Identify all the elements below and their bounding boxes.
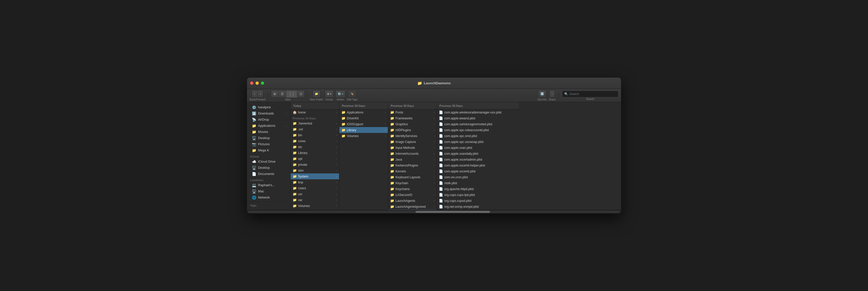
sidebar-item-desktop[interactable]: 🖥️ Desktop [248, 135, 289, 141]
close-button[interactable] [250, 81, 253, 85]
file-item-fseventsd[interactable]: 📁 .fseventsd › [290, 120, 339, 126]
file-item-plist-cupsd[interactable]: 📄 org.cups.cupsd.plist [437, 198, 519, 204]
file-item-hidplugins[interactable]: 📁 HIDPlugins › [388, 127, 437, 133]
sidebar-item-raphaels[interactable]: 💻 Raphael's... [248, 182, 289, 188]
sidebar-item-movies[interactable]: 📁 Movies [248, 129, 289, 135]
file-item-frameworks[interactable]: 📁 Frameworks › [388, 115, 437, 121]
file-item-opt[interactable]: 📁 opt › [290, 156, 339, 161]
file-item-volumes[interactable]: 📁 Volumes › [290, 203, 339, 209]
file-item-driverkit[interactable]: 📁 DriverKit › [339, 115, 388, 121]
sidebar-label-network: Network [258, 196, 287, 199]
file-item-plist-xscertd[interactable]: 📄 com.apple.xscertd.plist [437, 168, 519, 174]
file-item-launchagents[interactable]: 📁 LaunchAgents › [388, 198, 437, 204]
file-item-plist-wwand[interactable]: 📄 com.apple.wwand.plist [437, 115, 519, 121]
file-item-identityservices[interactable]: 📁 IdentityServices › [388, 133, 437, 139]
scrollbar-thumb[interactable] [415, 211, 490, 213]
sidebar-item-applications[interactable]: 📁 Applications › [248, 123, 289, 129]
file-item-home[interactable]: 🏠 home › [290, 109, 339, 115]
file-item-plist-xsan[interactable]: 📄 com.apple.xsan.plist [437, 145, 519, 151]
maximize-button[interactable] [261, 81, 264, 85]
group-button[interactable]: ⊞ ▾ [325, 90, 334, 98]
minimize-button[interactable] [255, 81, 259, 85]
horizontal-scrollbar[interactable] [247, 210, 621, 213]
file-item-fonts[interactable]: 📁 Fonts › [388, 109, 437, 115]
file-item-users[interactable]: 📁 Users › [290, 185, 339, 191]
action-button[interactable]: ⚙️ ▾ [335, 90, 345, 98]
var-chevron-icon: › [336, 199, 337, 201]
plist-uscwoap-icon: 📄 [439, 140, 443, 144]
sidebar-item-network[interactable]: 🌐 Network [248, 194, 289, 201]
new-folder-icon: 📁 [315, 92, 318, 96]
file-item-applications[interactable]: 📁 Applications › [339, 109, 388, 115]
file-item-plist-xartstorage[interactable]: 📄 com.apple.xartstorageremoted.plist [437, 121, 519, 127]
file-item-sbin[interactable]: 📁 sbin › [290, 168, 339, 173]
sidebar-item-documents[interactable]: 📄 Documents [248, 171, 289, 177]
file-item-kernels[interactable]: 📁 Kernels › [388, 168, 437, 174]
list-view-button[interactable]: ☰ [279, 90, 286, 98]
file-item-keychain[interactable]: 📁 Keychain › [388, 180, 437, 186]
file-item-system[interactable]: 📁 System › [290, 173, 339, 179]
file-item-imagecapture[interactable]: 📁 Image Capture › [388, 139, 437, 145]
file-item-plist-cupslpd[interactable]: 📄 org.cups.cups-lpd.plist [437, 192, 519, 198]
file-item-library-root[interactable]: 📁 Library › [290, 150, 339, 156]
file-item-plist-snmpd[interactable]: 📄 org.net-snmp.snmpd.plist [437, 204, 519, 210]
file-item-usr[interactable]: 📁 usr › [290, 191, 339, 197]
file-item-vol[interactable]: 📁 .vol › [290, 126, 339, 132]
file-item-etc[interactable]: 📁 etc › [290, 144, 339, 150]
file-item-plist-vixcron[interactable]: 📄 com.vix.cron.plist [437, 174, 519, 180]
file-item-internetaccounts[interactable]: 📁 InternetAccounts › [388, 151, 437, 156]
file-item-plist-xsandaily[interactable]: 📄 com.apple.xsandaily.plist [437, 151, 519, 156]
file-item-kerberosplugins[interactable]: 📁 KerberosPlugins › [388, 162, 437, 168]
file-item-plist-xscertadmin[interactable]: 📄 com.apple.xscertadmin.plist [437, 156, 519, 162]
lasecureio-chevron-icon: › [434, 194, 435, 196]
file-item-lasecureio[interactable]: 📁 LASecureIO › [388, 192, 437, 198]
file-item-cores[interactable]: 📁 cores › [290, 138, 339, 144]
share-button[interactable]: ↑ [549, 90, 555, 98]
toolbar-sep-1 [268, 93, 268, 99]
column-view-button[interactable]: ⋮⋮ [286, 90, 297, 98]
file-item-dotfile[interactable]: 📄 .file [290, 209, 339, 210]
file-item-plist-ntalk[interactable]: 📄 ntalk.plist [437, 180, 519, 186]
file-item-plist-httpd[interactable]: 📄 org.apache.httpd.plist [437, 186, 519, 192]
file-item-keychains[interactable]: 📁 Keychains › [388, 186, 437, 192]
sidebar-item-pictures[interactable]: 📷 Pictures [248, 141, 289, 147]
forward-button[interactable]: › [257, 90, 263, 98]
file-item-plist-slapd[interactable]: 📄 org.openldap.slapd.plist [437, 210, 519, 210]
file-item-library[interactable]: 📁 Library › [339, 127, 388, 133]
file-item-plist-roleaccountd[interactable]: 📄 com.apple.xpc.roleaccountd.plist [437, 127, 519, 133]
file-item-volumes-col2[interactable]: 📁 Volumes › [339, 133, 388, 139]
file-item-graphics[interactable]: 📁 Graphics › [388, 121, 437, 127]
back-button[interactable]: ‹ [252, 90, 257, 98]
file-item-tmp[interactable]: 📁 tmp › [290, 179, 339, 185]
search-input[interactable] [569, 92, 616, 96]
file-item-plist-xpcsmd[interactable]: 📄 com.apple.xpc.smd.plist [437, 133, 519, 139]
sidebar-item-desktop-icloud[interactable]: 🖥️ Desktop [248, 165, 289, 171]
file-item-bin[interactable]: 📁 bin › [290, 132, 339, 138]
file-item-private[interactable]: 📁 private › [290, 161, 339, 168]
file-item-var[interactable]: 📁 var › [290, 197, 339, 203]
file-item-plist-wirelessradio[interactable]: 📄 com.apple.wirelessradiomanager-osx.pli… [437, 109, 519, 115]
sidebar-item-megak[interactable]: 📁 Mega K [248, 147, 289, 153]
volumes-col1-icon: 📁 [293, 204, 297, 208]
edit-tags-button[interactable]: 🏷️ [348, 90, 356, 98]
new-folder-button[interactable]: 📁 [312, 90, 321, 98]
sidebar-item-downloads[interactable]: ⬇️ Downloads › [248, 110, 289, 116]
sidebar-item-mac[interactable]: 🖥️ Mac [248, 188, 289, 194]
search-bar[interactable]: 🔍 [562, 91, 618, 97]
column-1: Today 🏠 home › Previous 30 Days 📁 .fseve… [290, 102, 339, 210]
icon-view-button[interactable]: ⊞ [271, 90, 279, 98]
file-item-keyboardlayouts[interactable]: 📁 Keyboard Layouts › [388, 174, 437, 180]
sidebar-item-handpick[interactable]: ⚙️ handpick [248, 104, 289, 110]
file-item-java[interactable]: 📁 Java › [388, 156, 437, 162]
get-info-button[interactable]: ℹ️ [538, 90, 546, 98]
file-item-iossupport[interactable]: 📁 iOSSUpport › [339, 121, 388, 127]
file-item-plist-xscertd-helper[interactable]: 📄 com.apple.xscertd-helper.plist [437, 162, 519, 168]
file-item-inputmethods[interactable]: 📁 Input Methods › [388, 145, 437, 151]
sidebar-item-airdrop[interactable]: 📡 AirDrop [248, 116, 289, 123]
driverkit-chevron-icon: › [385, 117, 386, 120]
gallery-view-button[interactable]: ⊡ [297, 90, 305, 98]
file-item-launchagentsignored[interactable]: 📁 LaunchAgentsIgnored › [388, 204, 437, 210]
file-item-launchdaemons[interactable]: 📁 LaunchDaemons › [388, 210, 437, 210]
sidebar-item-icloud-drive[interactable]: ☁️ iCloud Drive [248, 158, 289, 165]
file-item-plist-uscwoap[interactable]: 📄 com.apple.xpc.uscwoap.plist [437, 139, 519, 145]
